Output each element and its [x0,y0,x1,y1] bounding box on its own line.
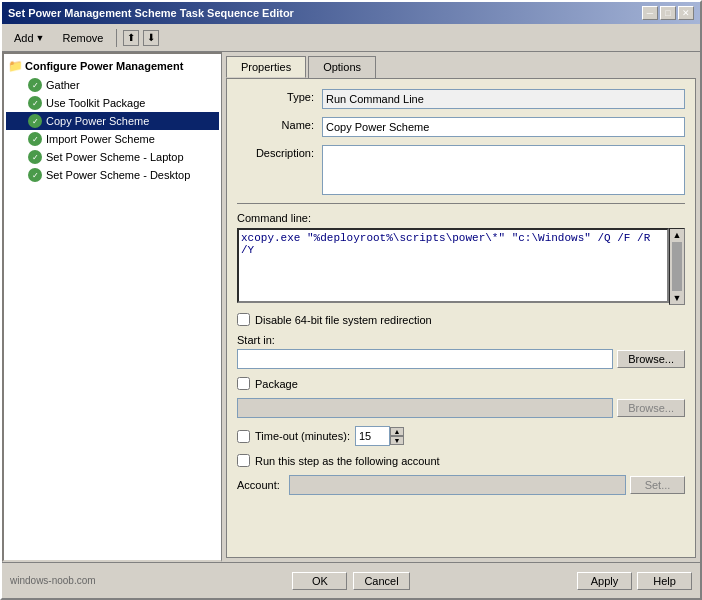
cancel-button[interactable]: Cancel [353,572,409,590]
timeout-value-input[interactable] [355,426,390,446]
type-input[interactable] [322,89,685,109]
description-input[interactable] [322,145,685,195]
main-window: Set Power Management Scheme Task Sequenc… [0,0,702,600]
sidebar-item-import[interactable]: ✓ Import Power Scheme [6,130,219,148]
name-row: Name: [237,117,685,137]
check-icon-laptop: ✓ [28,150,42,164]
sidebar-item-laptop[interactable]: ✓ Set Power Scheme - Laptop [6,148,219,166]
disable-64bit-label: Disable 64-bit file system redirection [255,314,432,326]
title-bar: Set Power Management Scheme Task Sequenc… [2,2,700,24]
bottom-right-buttons: Apply Help [577,572,692,590]
sidebar-item-desktop[interactable]: ✓ Set Power Scheme - Desktop [6,166,219,184]
spin-down-btn[interactable]: ▼ [390,436,404,445]
account-row: Account: Set... [237,475,685,495]
sidebar-item-gather[interactable]: ✓ Gather [6,76,219,94]
right-panel: Properties Options Type: Name: Descripti… [222,52,700,562]
set-button[interactable]: Set... [630,476,685,494]
maximize-button[interactable]: □ [660,6,676,20]
apply-button[interactable]: Apply [577,572,632,590]
tree-root: 📁 Configure Power Management [6,56,219,76]
spin-up-btn[interactable]: ▲ [390,427,404,436]
check-icon-gather: ✓ [28,78,42,92]
browse2-button[interactable]: Browse... [617,399,685,417]
type-row: Type: [237,89,685,109]
type-label: Type: [237,89,322,103]
run-as-row: Run this step as the following account [237,454,685,467]
move-down-icon[interactable]: ⬇ [143,30,159,46]
browse1-button[interactable]: Browse... [617,350,685,368]
package-input[interactable] [237,398,613,418]
toolbar-separator [116,29,117,47]
sidebar-item-label-desktop: Set Power Scheme - Desktop [46,169,190,181]
description-label: Description: [237,145,322,159]
divider [237,203,685,204]
start-in-input[interactable] [237,349,613,369]
run-as-checkbox[interactable] [237,454,250,467]
scrollbar-up-btn[interactable]: ▲ [673,230,682,240]
timeout-spinner: ▲ ▼ [355,426,404,446]
start-in-section: Start in: Browse... [237,334,685,369]
minimize-button[interactable]: ─ [642,6,658,20]
tabs-container: Properties Options [222,52,700,78]
start-in-row: Browse... [237,349,685,369]
timeout-label: Time-out (minutes): [255,430,350,442]
sidebar-item-label-gather: Gather [46,79,80,91]
package-input-row: Browse... [237,398,685,418]
timeout-checkbox[interactable] [237,430,250,443]
sidebar-item-toolkit[interactable]: ✓ Use Toolkit Package [6,94,219,112]
account-input[interactable] [289,475,626,495]
tree-root-label: Configure Power Management [25,60,183,72]
title-bar-buttons: ─ □ ✕ [642,6,694,20]
command-line-label: Command line: [237,212,685,224]
tab-properties[interactable]: Properties [226,56,306,78]
name-label: Name: [237,117,322,131]
move-up-icon[interactable]: ⬆ [123,30,139,46]
command-line-input[interactable] [237,228,669,303]
tab-options[interactable]: Options [308,56,376,78]
sidebar-item-copy[interactable]: ✓ Copy Power Scheme [6,112,219,130]
check-icon-import: ✓ [28,132,42,146]
toolbar: Add ▼ Remove ⬆ ⬇ [2,24,700,52]
sidebar-item-label-laptop: Set Power Scheme - Laptop [46,151,184,163]
tab-content-properties: Type: Name: Description: Command line: [226,78,696,558]
check-icon-copy: ✓ [28,114,42,128]
close-button[interactable]: ✕ [678,6,694,20]
package-label: Package [255,378,298,390]
package-checkbox[interactable] [237,377,250,390]
spinner-buttons: ▲ ▼ [390,427,404,445]
bottom-buttons: windows-noob.com OK Cancel Apply Help [10,572,692,590]
bottom-bar: windows-noob.com OK Cancel Apply Help [2,562,700,598]
sidebar-item-label-toolkit: Use Toolkit Package [46,97,145,109]
watermark: windows-noob.com [10,575,96,586]
sidebar-item-label-import: Import Power Scheme [46,133,155,145]
sidebar-tree: 📁 Configure Power Management ✓ Gather ✓ … [2,52,222,562]
start-in-label: Start in: [237,334,685,346]
window-title: Set Power Management Scheme Task Sequenc… [8,7,294,19]
help-button[interactable]: Help [637,572,692,590]
remove-button[interactable]: Remove [56,29,111,47]
name-input[interactable] [322,117,685,137]
disable-64bit-row: Disable 64-bit file system redirection [237,313,685,326]
main-content: 📁 Configure Power Management ✓ Gather ✓ … [2,52,700,562]
disable-64bit-checkbox[interactable] [237,313,250,326]
ok-button[interactable]: OK [292,572,347,590]
check-icon-toolkit: ✓ [28,96,42,110]
package-row: Package [237,377,685,390]
run-as-label: Run this step as the following account [255,455,440,467]
add-button[interactable]: Add ▼ [7,29,52,47]
folder-icon: 📁 [8,59,22,73]
timeout-row: Time-out (minutes): ▲ ▼ [237,426,685,446]
account-label: Account: [237,479,280,491]
check-icon-desktop: ✓ [28,168,42,182]
description-row: Description: [237,145,685,195]
sidebar-item-label-copy: Copy Power Scheme [46,115,149,127]
scrollbar-down-btn[interactable]: ▼ [673,293,682,303]
